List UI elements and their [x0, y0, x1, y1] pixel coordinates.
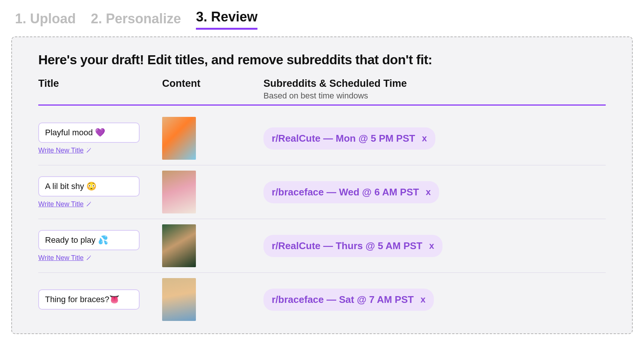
- draft-row: Playful mood 💜 Write New Title: [38, 112, 606, 165]
- step-upload[interactable]: 1. Upload: [15, 11, 76, 30]
- title-cell: A lil bit shy 😳 Write New Title: [38, 176, 162, 208]
- draft-row: Thing for braces?👅 Write New Title: [38, 273, 606, 326]
- content-thumbnail[interactable]: [162, 278, 196, 321]
- title-cell: Playful mood 💜 Write New Title: [38, 123, 162, 154]
- content-cell: [162, 171, 263, 213]
- schedule-text: r/braceface — Wed @ 6 AM PST: [272, 186, 419, 198]
- title-input[interactable]: Playful mood 💜: [38, 123, 140, 143]
- title-input[interactable]: Thing for braces?👅: [38, 289, 140, 310]
- magic-wand-icon: [86, 147, 92, 153]
- content-cell: [162, 117, 263, 160]
- title-cell: Ready to play 💦 Write New Title: [38, 230, 162, 262]
- content-thumbnail[interactable]: [162, 171, 196, 213]
- page: 1. Upload 2. Personalize 3. Review Here'…: [0, 0, 644, 357]
- schedule-cell: r/braceface — Sat @ 7 AM PST x: [263, 289, 606, 311]
- schedule-badge: r/braceface — Wed @ 6 AM PST x: [263, 181, 439, 203]
- schedule-badge: r/RealCute — Thurs @ 5 AM PST x: [263, 235, 442, 257]
- review-panel: Here's your draft! Edit titles, and remo…: [11, 36, 633, 334]
- schedule-text: r/RealCute — Mon @ 5 PM PST: [272, 133, 415, 144]
- draft-row: A lil bit shy 😳 Write New Title: [38, 165, 606, 219]
- write-new-title-label: Write New Title: [38, 254, 84, 262]
- col-schedule-sub: Based on best time windows: [263, 91, 606, 101]
- schedule-text: r/braceface — Sat @ 7 AM PST: [272, 294, 414, 306]
- step-review[interactable]: 3. Review: [196, 9, 257, 30]
- steps-nav: 1. Upload 2. Personalize 3. Review: [15, 9, 633, 30]
- title-cell: Thing for braces?👅 Write New Title: [38, 289, 162, 310]
- content-thumbnail[interactable]: [162, 224, 196, 267]
- page-headline: Here's your draft! Edit titles, and remo…: [38, 52, 606, 67]
- content-cell: [162, 224, 263, 267]
- remove-subreddit-button[interactable]: x: [426, 187, 430, 197]
- content-cell: [162, 278, 263, 321]
- write-new-title-link[interactable]: Write New Title: [38, 200, 92, 208]
- content-thumbnail[interactable]: [162, 117, 196, 160]
- table-header: Title Content Subreddits & Scheduled Tim…: [38, 78, 606, 106]
- schedule-badge: r/RealCute — Mon @ 5 PM PST x: [263, 127, 435, 150]
- title-input[interactable]: A lil bit shy 😳: [38, 176, 140, 197]
- col-schedule-main: Subreddits & Scheduled Time: [263, 78, 407, 89]
- schedule-text: r/RealCute — Thurs @ 5 AM PST: [272, 240, 422, 252]
- remove-subreddit-button[interactable]: x: [420, 294, 425, 305]
- magic-wand-icon: [86, 201, 92, 207]
- write-new-title-label: Write New Title: [38, 200, 84, 208]
- title-input[interactable]: Ready to play 💦: [38, 230, 140, 250]
- schedule-cell: r/braceface — Wed @ 6 AM PST x: [263, 181, 606, 203]
- draft-row: Ready to play 💦 Write New Title: [38, 219, 606, 273]
- remove-subreddit-button[interactable]: x: [429, 241, 434, 251]
- write-new-title-link[interactable]: Write New Title: [38, 147, 92, 154]
- step-personalize[interactable]: 2. Personalize: [91, 11, 181, 30]
- col-content: Content: [162, 78, 263, 89]
- col-title: Title: [38, 78, 162, 89]
- magic-wand-icon: [86, 255, 92, 261]
- write-new-title-link[interactable]: Write New Title: [38, 254, 92, 262]
- schedule-cell: r/RealCute — Mon @ 5 PM PST x: [263, 127, 606, 150]
- schedule-badge: r/braceface — Sat @ 7 AM PST x: [263, 289, 434, 311]
- col-schedule: Subreddits & Scheduled Time Based on bes…: [263, 78, 606, 101]
- write-new-title-label: Write New Title: [38, 147, 84, 154]
- schedule-cell: r/RealCute — Thurs @ 5 AM PST x: [263, 235, 606, 257]
- remove-subreddit-button[interactable]: x: [422, 133, 427, 144]
